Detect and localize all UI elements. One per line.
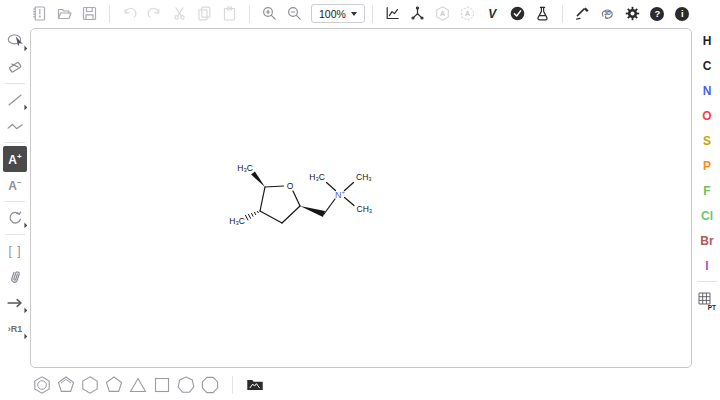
cyclohexane-icon [79,374,101,396]
template-library-button[interactable] [243,373,267,397]
separator [562,5,563,23]
bond-o-c5[interactable] [293,191,300,206]
copy-button[interactable] [192,2,217,25]
drawing-canvas[interactable]: O N+ H₃C H₃C H₃C CH₃ CH₃ [30,28,692,368]
template-cyclopropane[interactable] [126,373,150,397]
left-toolbar: A+ A− [ ] › [1,28,29,342]
edit-group [117,2,242,25]
svg-text:PT: PT [708,304,716,311]
reaction-arrow-tool[interactable] [3,290,27,316]
file-group [27,2,102,25]
clear-canvas-button[interactable] [27,2,52,25]
separator [5,142,25,143]
element-o-button[interactable]: O [695,103,719,128]
element-c-button[interactable]: C [695,53,719,78]
element-s-button[interactable]: S [695,128,719,153]
periodic-table-button[interactable]: PT [695,289,719,313]
template-cyclopentane[interactable] [102,373,126,397]
bottom-toolbar [30,372,267,398]
save-floppy-icon [81,5,98,22]
charge-plus-tool[interactable]: A+ [3,146,27,172]
svg-text:A: A [465,10,470,17]
cyclopentadiene-icon [55,374,77,396]
dearomatize-icon: A [459,5,476,22]
erase-tool[interactable] [3,54,27,80]
calculated-values-button[interactable] [530,2,555,25]
calculate-cip-button[interactable]: V [480,2,505,25]
paste-button[interactable] [217,2,242,25]
attach-tool[interactable] [3,264,27,290]
viewer-3d-button[interactable]: 3D [595,2,620,25]
r-group-tool[interactable]: ›R1 [3,316,27,342]
template-cyclohexane[interactable] [78,373,102,397]
template-cyclobutane[interactable] [150,373,174,397]
template-cycloheptane[interactable] [174,373,198,397]
paperclip-icon [6,268,24,286]
open-button[interactable] [52,2,77,25]
chevron-down-icon [351,12,357,16]
stereochemistry-button[interactable] [570,2,595,25]
atom-n-methyl-top-left[interactable]: H₃C [309,172,325,182]
atom-methyl-ring-top[interactable]: H₃C [237,163,253,173]
chain-zigzag-icon [6,117,24,135]
chain-tool[interactable] [3,113,27,139]
dearomatize-button[interactable]: A [455,2,480,25]
undo-icon [121,5,138,22]
cyclooctane-icon [199,374,221,396]
atom-nitrogen[interactable]: N+ [335,189,346,200]
zoom-out-button[interactable] [282,2,307,25]
cip-v-icon: V [488,7,496,21]
single-bond-tool[interactable] [3,87,27,113]
s-group-tool[interactable]: [ ] [3,238,27,264]
bond-c4-c5[interactable] [282,206,300,223]
atom-n-methyl-bottom-right[interactable]: CH₃ [357,204,373,214]
wedge-bond-bold[interactable] [300,206,325,217]
right-toolbar: H C N O S P F Cl Br I PT [694,28,720,313]
separator [232,376,233,394]
atom-oxygen[interactable]: O [287,181,294,191]
brackets-icon: [ ] [8,244,21,258]
select-lasso-tool[interactable] [3,28,27,54]
bond-c2-c3[interactable] [260,187,265,211]
molecule-drawing: O N+ H₃C H₃C H₃C CH₃ CH₃ [31,29,691,367]
bond-o-c2[interactable] [265,186,284,187]
template-cyclopentadiene[interactable] [54,373,78,397]
help-button[interactable]: ? [645,2,670,25]
cut-button[interactable] [167,2,192,25]
settings-button[interactable] [620,2,645,25]
atom-methyl-ring-left[interactable]: H₃C [229,216,245,226]
stereo-pen-icon [574,5,591,22]
element-n-button[interactable]: N [695,78,719,103]
aromatize-button[interactable]: A [430,2,455,25]
wedge-bond-hash[interactable] [245,211,258,220]
check-structure-button[interactable] [505,2,530,25]
svg-text:A: A [440,10,445,17]
wedge-bond-up[interactable] [251,171,265,187]
about-button[interactable]: i [670,2,695,25]
copy-icon [196,5,213,22]
element-f-button[interactable]: F [695,178,719,203]
clean-up-button[interactable] [405,2,430,25]
rotate-tool[interactable] [3,205,27,231]
element-cl-button[interactable]: Cl [695,203,719,228]
bond-c3-c4[interactable] [260,211,282,223]
template-benzene[interactable] [30,373,54,397]
charge-minus-tool[interactable]: A− [3,172,27,198]
zoom-level-select[interactable]: 100% [311,4,365,23]
element-i-button[interactable]: I [695,253,719,278]
undo-button[interactable] [117,2,142,25]
bond-ch2-n[interactable] [324,199,335,214]
element-p-button[interactable]: P [695,153,719,178]
element-h-button[interactable]: H [695,28,719,53]
save-button[interactable] [77,2,102,25]
element-br-button[interactable]: Br [695,228,719,253]
bond-n-me2[interactable] [345,183,354,191]
paste-clipboard-icon [221,5,238,22]
zoom-in-button[interactable] [257,2,282,25]
open-folder-icon [56,5,73,22]
atom-n-methyl-top-right[interactable]: CH₃ [356,172,372,182]
redo-button[interactable] [142,2,167,25]
bond-n-me3[interactable] [345,198,355,206]
template-cyclooctane[interactable] [198,373,222,397]
layout-button[interactable] [380,2,405,25]
